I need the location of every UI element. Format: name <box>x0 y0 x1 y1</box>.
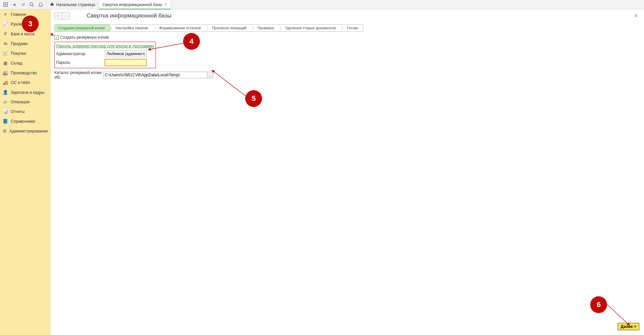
create-backup-label: Создать резервную копию <box>60 35 109 40</box>
sidebar-item-label: Операции <box>11 100 30 104</box>
wizard-step-label: Настройка свертки <box>116 26 148 30</box>
svg-rect-5 <box>7 4 8 5</box>
tab-home[interactable]: Начальная страница <box>46 0 99 9</box>
sidebar-item-assets[interactable]: 🚚ОС и НМА <box>0 78 50 87</box>
svg-point-11 <box>40 6 41 7</box>
sidebar: ≡Главное 📈Руководителю ₽Банк и касса 🛍Пр… <box>0 9 50 335</box>
wizard-step-label: Проверка <box>257 26 274 30</box>
main-panel: ← → Свертка информационной базы ✕ Создан… <box>50 9 644 335</box>
tab-active-label: Свертка информационной базы <box>102 2 162 7</box>
nav-buttons: ← → <box>54 12 70 20</box>
truck-icon: 🚚 <box>3 80 8 85</box>
sidebar-item-manager[interactable]: 📈Руководителю <box>0 19 50 29</box>
wizard-step-delete[interactable]: Удаление старых документов <box>279 24 341 32</box>
apps-icon[interactable] <box>1 0 10 9</box>
wizard-step-label: Готово <box>347 26 358 30</box>
form-area: ✓ Создать резервную копию Пароль админис… <box>50 35 644 80</box>
sidebar-item-label: Склад <box>11 61 23 66</box>
page-title: Свертка информационной базы <box>87 12 171 19</box>
sidebar-item-hr[interactable]: 👤Зарплата и кадры <box>0 87 50 97</box>
topbar-icon-group: ★ ↺ <box>0 0 46 9</box>
star-icon[interactable]: ★ <box>10 0 19 9</box>
next-button-label: Далее > <box>621 324 636 329</box>
book-icon: 📘 <box>3 119 8 124</box>
close-icon[interactable]: ✕ <box>164 2 167 7</box>
backup-path-label: Каталог резервной копии ИБ: <box>54 70 103 80</box>
admin-password-section: Пароль администратора для входа в програ… <box>54 42 156 68</box>
top-bar: ★ ↺ Начальная страница Свертка информаци… <box>0 0 644 9</box>
sidebar-item-main[interactable]: ≡Главное <box>0 9 50 19</box>
next-button[interactable]: Далее > <box>618 323 639 330</box>
svg-rect-8 <box>7 6 8 7</box>
person-icon: 👤 <box>3 90 8 95</box>
dtkt-icon: Дт <box>3 100 8 104</box>
password-label: Пароль: <box>56 60 105 65</box>
wizard-step-backup[interactable]: Создание резервной копии <box>54 24 110 32</box>
main-header: ← → Свертка информационной базы ✕ <box>50 9 644 22</box>
sidebar-item-production[interactable]: 🏭Производство <box>0 68 50 78</box>
menu-icon: ≡ <box>3 12 8 17</box>
sidebar-item-label: Зарплата и кадры <box>11 90 44 95</box>
barchart-icon: 📊 <box>3 109 8 114</box>
password-input[interactable] <box>105 59 146 66</box>
cart-icon: 🛒 <box>3 51 8 56</box>
forward-button[interactable]: → <box>62 12 70 19</box>
sidebar-item-label: Главное <box>11 12 26 17</box>
workspace: ≡Главное 📈Руководителю ₽Банк и касса 🛍Пр… <box>0 9 644 335</box>
back-button[interactable]: ← <box>55 12 62 19</box>
svg-rect-1 <box>5 2 6 3</box>
wizard-steps: Создание резервной копии Настройка сверт… <box>54 24 644 32</box>
admin-label: Администратор: <box>56 51 105 56</box>
svg-rect-4 <box>5 4 6 5</box>
close-panel-icon[interactable]: ✕ <box>634 13 640 18</box>
bag-icon: 🛍 <box>3 41 8 46</box>
sidebar-item-label: Руководителю <box>11 22 38 27</box>
create-backup-row: ✓ Создать резервную копию <box>54 35 640 40</box>
svg-line-15 <box>604 301 630 326</box>
browse-button[interactable]: … <box>207 72 213 78</box>
svg-rect-3 <box>3 4 4 5</box>
sidebar-item-purchase[interactable]: 🛒Покупки <box>0 48 50 58</box>
tab-active[interactable]: Свертка информационной базы ✕ <box>99 0 171 9</box>
sidebar-item-sales[interactable]: 🛍Продажи <box>0 39 50 48</box>
svg-rect-2 <box>7 2 8 3</box>
create-backup-checkbox[interactable]: ✓ <box>54 35 59 40</box>
svg-line-10 <box>33 5 34 7</box>
sidebar-item-label: Производство <box>11 71 37 75</box>
annotation-bubble-6: 6 <box>590 296 607 313</box>
backup-path-input[interactable] <box>103 72 207 78</box>
wizard-step-label: Удаление старых документов <box>285 26 336 30</box>
wizard-step-done[interactable]: Готово <box>341 24 363 32</box>
wizard-step-settings[interactable]: Настройка свертки <box>110 24 153 32</box>
sidebar-item-admin[interactable]: ⚙Администрирование <box>0 126 50 136</box>
wizard-step-label: Формирование остатков <box>159 26 201 30</box>
sidebar-item-label: Покупки <box>11 51 26 56</box>
sidebar-item-operations[interactable]: ДтОперации <box>0 97 50 107</box>
admin-input[interactable] <box>105 50 146 57</box>
sidebar-item-label: ОС и НМА <box>11 80 30 85</box>
tab-home-label: Начальная страница <box>56 2 95 7</box>
annotation-bubble-5: 5 <box>245 90 262 107</box>
section-title: Пароль администратора для входа в програ… <box>56 43 154 48</box>
search-icon[interactable] <box>28 0 36 9</box>
sidebar-item-label: Отчеты <box>11 109 25 114</box>
sidebar-item-refs[interactable]: 📘Справочники <box>0 116 50 126</box>
svg-rect-7 <box>5 6 6 7</box>
sidebar-item-warehouse[interactable]: ▦Склад <box>0 58 50 68</box>
svg-rect-0 <box>3 2 4 3</box>
sidebar-item-bank[interactable]: ₽Банк и касса <box>0 29 50 39</box>
sidebar-item-label: Администрирование <box>9 129 48 134</box>
wizard-step-label: Просмотр операций <box>212 26 246 30</box>
sidebar-item-label: Банк и касса <box>11 32 35 36</box>
history-icon[interactable]: ↺ <box>19 0 28 9</box>
sidebar-item-label: Справочники <box>11 119 35 124</box>
ruble-icon: ₽ <box>3 31 8 36</box>
sidebar-item-reports[interactable]: 📊Отчеты <box>0 107 50 116</box>
wizard-step-check[interactable]: Проверка <box>251 24 279 32</box>
svg-point-9 <box>30 3 33 6</box>
wizard-step-view[interactable]: Просмотр операций <box>206 24 251 32</box>
wizard-step-forming[interactable]: Формирование остатков <box>153 24 206 32</box>
grid-icon: ▦ <box>3 61 8 66</box>
home-icon <box>50 2 54 7</box>
bell-icon[interactable] <box>36 0 45 9</box>
